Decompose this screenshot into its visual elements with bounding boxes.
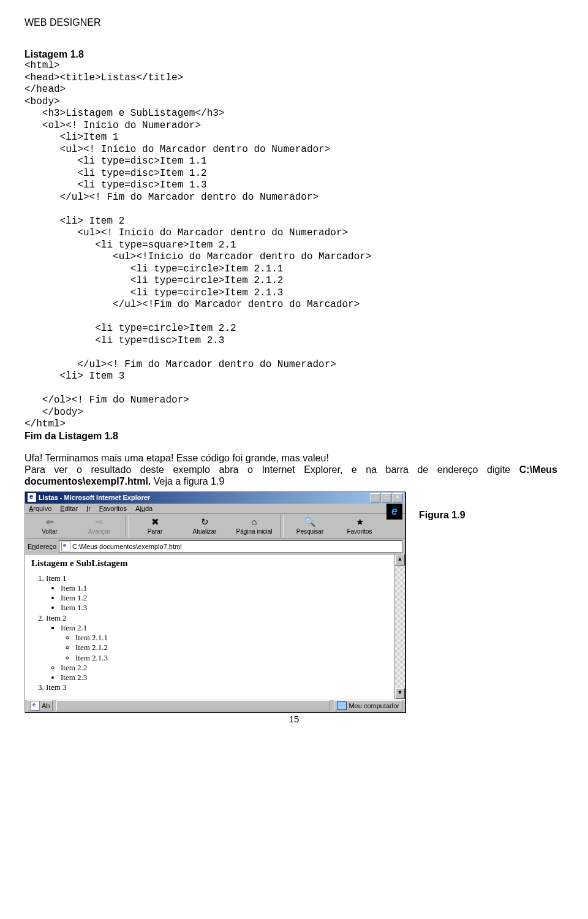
maximize-button[interactable]: □ [382, 493, 391, 502]
page-content: Listagem e SubListagem Item 1 Item 1.1 I… [25, 554, 394, 699]
toolbar-separator-2 [281, 515, 284, 537]
numbered-list: Item 1 Item 1.1 Item 1.2 Item 1.3 Item 2… [46, 573, 388, 693]
search-button[interactable]: 🔍Pesquisar [285, 515, 335, 536]
figure-label: Figura 1.9 [419, 510, 466, 521]
content-heading: Listagem e SubListagem [31, 558, 388, 569]
stop-button[interactable]: ✖Parar [130, 515, 180, 536]
status-left: Ab [28, 700, 53, 711]
ie-throbber: e [386, 504, 402, 520]
menu-arquivo[interactable]: Arquivo [29, 505, 51, 512]
page-icon [31, 701, 40, 711]
item-1-3: Item 1.3 [61, 603, 388, 613]
address-value: C:\Meus documentos\exemplo7.html [72, 543, 182, 550]
menu-ir[interactable]: Ir [86, 505, 91, 512]
paragraph-2: Para ver o resultado deste exemplo abra … [24, 464, 557, 488]
item-2-1: Item 2.1 Item 2.1.1 Item 2.1.2 Item 2.1.… [61, 623, 388, 663]
item-1: Item 1 Item 1.1 Item 1.2 Item 1.3 [46, 573, 388, 613]
window-title: Listas - Microsoft Internet Explorer [39, 494, 150, 501]
item-1-2: Item 1.2 [61, 593, 388, 603]
toolbar-separator [126, 515, 129, 537]
close-button[interactable]: × [393, 493, 402, 502]
back-button[interactable]: ⇦Voltar [25, 515, 75, 536]
address-label: Endereço [28, 543, 56, 550]
listing-end: Fim da Listagem 1.8 [24, 431, 564, 442]
menubar: Arquivo Editar Ir Favoritos Ajuda e [25, 504, 405, 514]
status-bar: Ab Meu computador [25, 699, 405, 712]
forward-button[interactable]: ⇨Avançar [75, 515, 124, 536]
menu-editar[interactable]: Editar [60, 505, 78, 512]
scroll-track[interactable] [395, 565, 405, 688]
menu-favoritos[interactable]: Favoritos [99, 505, 127, 512]
paragraph-2a: Para ver o resultado deste exemplo abra … [24, 464, 519, 475]
vertical-scrollbar[interactable]: ▲ ▼ [394, 554, 405, 699]
item-2-3: Item 2.3 [61, 673, 388, 683]
toolbar: ⇦Voltar ⇨Avançar ✖Parar ↻Atualizar ⌂Pági… [25, 514, 405, 539]
item-2-2: Item 2.2 [61, 663, 388, 673]
page-icon [61, 542, 70, 551]
paragraph-1: Ufa! Terminamos mais uma etapa! Esse cód… [24, 453, 557, 464]
status-zone: Meu computador [334, 700, 402, 711]
minimize-button[interactable]: _ [371, 493, 380, 502]
status-mid [56, 700, 330, 711]
address-bar: Endereço C:\Meus documentos\exemplo7.htm… [25, 539, 405, 554]
computer-icon [337, 702, 347, 710]
item-1-1: Item 1.1 [61, 583, 388, 593]
favorites-button[interactable]: ★Favoritos [335, 515, 385, 536]
scroll-down-button[interactable]: ▼ [395, 688, 405, 699]
address-field[interactable]: C:\Meus documentos\exemplo7.html [59, 540, 402, 553]
item-3: Item 3 [46, 683, 388, 692]
menu-ajuda[interactable]: Ajuda [135, 505, 153, 512]
titlebar: Listas - Microsoft Internet Explorer _ □… [25, 492, 405, 504]
item-2-1-3: Item 2.1.3 [75, 653, 388, 663]
refresh-button[interactable]: ↻Atualizar [180, 515, 230, 536]
browser-window: Listas - Microsoft Internet Explorer _ □… [24, 491, 405, 713]
item-2: Item 2 Item 2.1 Item 2.1.1 Item 2.1.2 It… [46, 613, 388, 683]
code-listing: <html> <head><title>Listas</title> </hea… [24, 60, 564, 431]
scroll-up-button[interactable]: ▲ [395, 554, 405, 565]
home-button[interactable]: ⌂Página inicial [230, 515, 279, 536]
page-header: WEB DESIGNER [24, 17, 564, 28]
page-number: 15 [24, 714, 564, 724]
item-2-1-1: Item 2.1.1 [75, 633, 388, 643]
ie-icon [28, 493, 36, 502]
paragraph-2b: Veja a figura 1.9 [151, 476, 224, 486]
item-2-1-2: Item 2.1.2 [75, 643, 388, 652]
listing-title: Listagem 1.8 [24, 49, 564, 60]
